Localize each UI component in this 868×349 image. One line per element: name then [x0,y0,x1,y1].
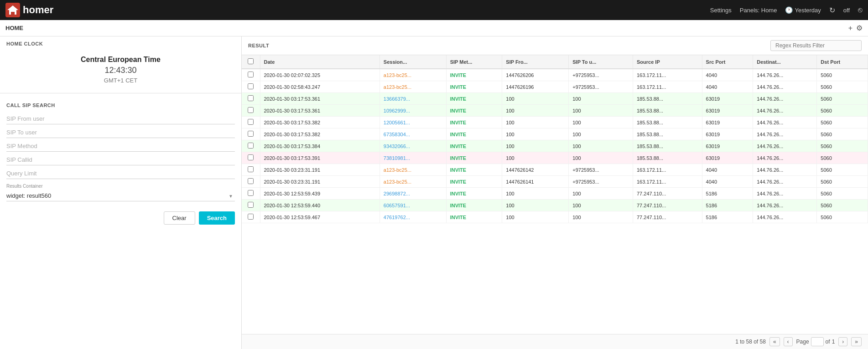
row-method: INVITE [446,117,502,128]
row-session[interactable]: 67358304... [379,128,446,140]
table-row[interactable]: 2020-01-30 12:53:59.467 47619762... INVI… [242,211,868,223]
row-sip-from: 100 [502,200,569,211]
col-session[interactable]: Session... [379,55,446,69]
row-destination: 144.76.26... [753,152,817,164]
table-row[interactable]: 2020-01-30 03:17:53.361 13666379... INVI… [242,93,868,105]
row-checkbox[interactable] [248,166,254,172]
row-destination: 144.76.26... [753,140,817,152]
row-session[interactable]: 29698872... [379,188,446,200]
col-date[interactable]: Date [260,55,379,69]
row-date: 2020-01-30 02:07:02.325 [260,69,379,81]
table-row[interactable]: 2020-01-30 02:58:43.247 a123-bc25... INV… [242,81,868,93]
table-row[interactable]: 2020-01-30 03:17:53.361 10962999... INVI… [242,105,868,117]
logout-icon[interactable]: ⎋ [858,6,863,14]
left-panel: HOME CLOCK Central European Time 12:43:3… [0,36,242,349]
row-method: INVITE [446,176,502,188]
row-source-ip: 77.247.110... [633,211,702,223]
row-source-ip: 163.172.11... [633,69,702,81]
sip-callid-input[interactable] [6,154,235,165]
pagination-last-button[interactable]: » [851,337,862,346]
table-row[interactable]: 2020-01-30 12:53:59.440 60657591... INVI… [242,200,868,211]
panels-home-link[interactable]: Panels: Home [740,7,777,14]
table-row[interactable]: 2020-01-30 03:17:53.382 12005661... INVI… [242,117,868,128]
select-all-checkbox[interactable] [248,58,254,64]
row-method: INVITE [446,140,502,152]
col-source-ip[interactable]: Source IP [633,55,702,69]
table-row[interactable]: 2020-01-30 03:23:31.191 a123-bc25... INV… [242,176,868,188]
col-dst-port[interactable]: Dst Port [817,55,868,69]
row-checkbox[interactable] [248,119,254,125]
row-session[interactable]: 13666379... [379,93,446,105]
row-session[interactable]: a123-bc25... [379,69,446,81]
col-sip-to[interactable]: SIP To u... [569,55,633,69]
row-session[interactable]: 93432066... [379,140,446,152]
row-date: 2020-01-30 02:58:43.247 [260,81,379,93]
row-checkbox[interactable] [248,143,254,149]
table-row[interactable]: 2020-01-30 03:17:53.384 93432066... INVI… [242,140,868,152]
of-label: of [826,339,830,345]
row-session[interactable]: a123-bc25... [379,81,446,93]
pagination-prev-button[interactable]: ‹ [784,337,793,346]
refresh-icon[interactable]: ↻ [829,6,835,15]
row-sip-from: 100 [502,188,569,200]
row-session[interactable]: 73810981... [379,152,446,164]
row-destination: 144.76.26... [753,105,817,117]
row-destination: 144.76.26... [753,200,817,211]
table-row[interactable]: 2020-01-30 12:53:59.439 29698872... INVI… [242,188,868,200]
table-row[interactable]: 2020-01-30 03:17:53.391 73810981... INVI… [242,152,868,164]
brand-logo[interactable]: homer [5,3,53,17]
settings-panel-button[interactable]: ⚙ [856,24,863,32]
row-checkbox[interactable] [248,202,254,208]
row-session[interactable]: 60657591... [379,200,446,211]
row-checkbox[interactable] [248,190,254,196]
row-checkbox-cell [242,152,260,164]
sip-to-input[interactable] [6,127,235,138]
row-session[interactable]: 10962999... [379,105,446,117]
time-section: 🕐 Yesterday [785,6,821,14]
row-checkbox[interactable] [248,95,254,101]
col-src-port[interactable]: Src Port [702,55,753,69]
row-sip-to: 100 [569,211,633,223]
row-checkbox[interactable] [248,72,254,77]
query-limit-input[interactable] [6,168,235,179]
row-dst-port: 5060 [817,152,868,164]
row-session[interactable]: 47619762... [379,211,446,223]
row-checkbox-cell [242,211,260,223]
time-label[interactable]: Yesterday [795,7,821,14]
pagination-next-button[interactable]: › [838,337,847,346]
pagination-first-button[interactable]: « [769,337,780,346]
row-checkbox[interactable] [248,214,254,220]
page-number-input[interactable]: 1 [811,337,824,346]
row-session[interactable]: a123-bc25... [379,176,446,188]
right-panel: RESULT Date Session... SIP Met... SIP Fr… [242,36,868,349]
row-checkbox[interactable] [248,154,254,160]
row-sip-from: 1447626206 [502,69,569,81]
home-clock-title: HOME CLOCK [0,36,241,49]
table-row[interactable]: 2020-01-30 03:17:53.382 67358304... INVI… [242,128,868,140]
row-checkbox[interactable] [248,107,254,113]
table-row[interactable]: 2020-01-30 03:23:31.191 a123-bc25... INV… [242,164,868,176]
row-source-ip: 185.53.88... [633,105,702,117]
regex-filter-input[interactable] [770,40,862,51]
row-dst-port: 5060 [817,176,868,188]
table-row[interactable]: 2020-01-30 02:07:02.325 a123-bc25... INV… [242,69,868,81]
off-button[interactable]: off [843,7,850,14]
results-container-select[interactable]: widget: result560 [6,190,235,201]
col-sip-method[interactable]: SIP Met... [446,55,502,69]
sip-method-input[interactable] [6,141,235,152]
col-checkbox[interactable] [242,55,260,69]
col-sip-from[interactable]: SIP Fro... [502,55,569,69]
col-destination[interactable]: Destinat... [753,55,817,69]
search-button[interactable]: Search [199,211,235,225]
row-checkbox[interactable] [248,83,254,89]
row-checkbox[interactable] [248,131,254,137]
row-session[interactable]: a123-bc25... [379,164,446,176]
row-date: 2020-01-30 12:53:59.440 [260,200,379,211]
clear-button[interactable]: Clear [164,211,195,225]
sip-search-title: CALL SIP SEARCH [0,98,241,111]
row-session[interactable]: 12005661... [379,117,446,128]
sip-from-input[interactable] [6,113,235,124]
settings-link[interactable]: Settings [710,7,732,14]
row-checkbox[interactable] [248,178,254,184]
add-panel-button[interactable]: + [848,24,852,32]
